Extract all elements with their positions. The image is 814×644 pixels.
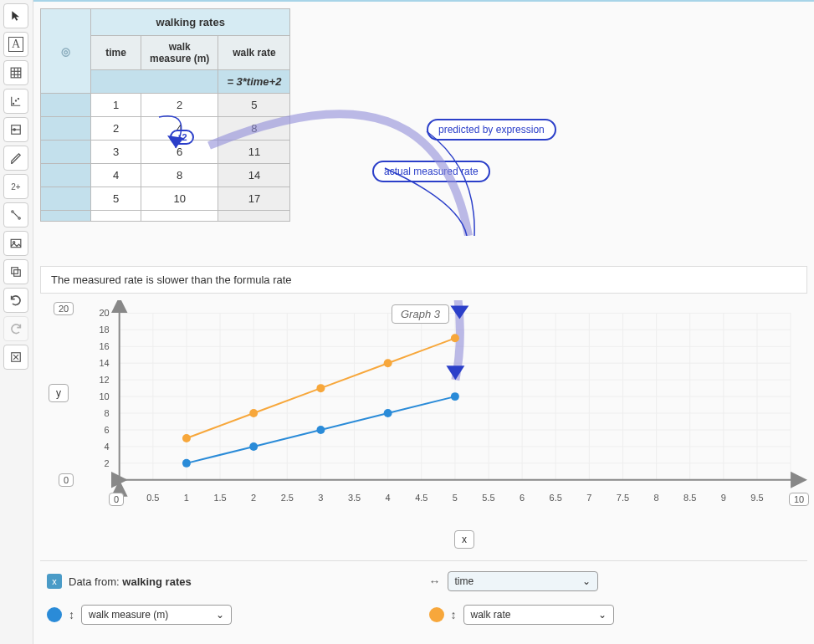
- x-max-label[interactable]: 10: [789, 493, 809, 506]
- draw-tool-icon[interactable]: [3, 146, 28, 171]
- data-point[interactable]: [249, 442, 258, 451]
- table-row[interactable]: 51017: [41, 187, 290, 211]
- svg-text:8.5: 8.5: [683, 493, 696, 503]
- chart-svg[interactable]: 2468101214161820 0.511.522.533.544.555.5…: [40, 300, 807, 551]
- formula-cell[interactable]: = 3*time+2: [218, 70, 290, 94]
- x-axis-arrows-icon: ↔: [429, 575, 441, 588]
- image-tool-icon[interactable]: [3, 231, 28, 256]
- cell-measure[interactable]: 10: [141, 187, 218, 211]
- svg-point-11: [12, 211, 13, 212]
- connector-tool-icon[interactable]: [3, 202, 28, 227]
- table-row[interactable]: 125: [41, 94, 290, 117]
- undo-icon[interactable]: [3, 288, 28, 313]
- pointer-tool-icon[interactable]: [3, 3, 28, 28]
- data-point[interactable]: [316, 426, 325, 434]
- cell-rate[interactable]: 5: [218, 94, 290, 117]
- svg-text:20: 20: [100, 308, 110, 318]
- series2-color-dot[interactable]: [429, 607, 444, 622]
- cell-measure[interactable]: 8: [141, 164, 218, 187]
- series2-select[interactable]: walk rate⌄: [463, 605, 614, 625]
- left-toolbar: A 2+: [0, 0, 33, 644]
- cell-rate[interactable]: 14: [218, 164, 290, 187]
- data-point[interactable]: [182, 434, 191, 442]
- y-max-label[interactable]: 20: [54, 302, 74, 315]
- table-row[interactable]: 4814: [41, 164, 290, 187]
- cell-rate[interactable]: 11: [218, 141, 290, 164]
- svg-text:14: 14: [100, 358, 110, 368]
- svg-text:12: 12: [100, 375, 110, 385]
- y-axis-button[interactable]: y: [49, 384, 69, 402]
- svg-text:6.5: 6.5: [550, 493, 562, 503]
- col-header-time[interactable]: time: [91, 36, 141, 70]
- cell-rate[interactable]: 17: [218, 187, 290, 211]
- cell-time[interactable]: 4: [91, 164, 141, 187]
- x-axis-button[interactable]: x: [454, 530, 474, 549]
- chevron-down-icon: ⌄: [582, 575, 591, 587]
- x-min-label[interactable]: 0: [109, 493, 124, 506]
- data-point[interactable]: [384, 409, 392, 417]
- data-point[interactable]: [451, 334, 459, 342]
- table-title: walking rates: [91, 9, 290, 36]
- data-point[interactable]: [384, 359, 392, 367]
- svg-text:8: 8: [105, 408, 110, 418]
- svg-text:9: 9: [721, 493, 726, 503]
- svg-rect-0: [11, 68, 21, 78]
- cell-time[interactable]: 5: [91, 187, 141, 211]
- row-handle[interactable]: [41, 164, 91, 187]
- svg-text:5.5: 5.5: [482, 493, 494, 503]
- row-handle[interactable]: [41, 94, 91, 117]
- svg-text:6: 6: [520, 493, 525, 503]
- svg-text:7: 7: [586, 493, 591, 503]
- delta-badge: +2: [170, 130, 194, 145]
- table-tool-icon[interactable]: [3, 60, 28, 85]
- svg-rect-14: [11, 239, 21, 247]
- data-point[interactable]: [451, 392, 459, 401]
- note-text[interactable]: The measured rate is slower than the for…: [40, 266, 807, 294]
- graph-tool-icon[interactable]: [3, 89, 28, 114]
- cell-time[interactable]: 3: [91, 141, 141, 164]
- col-header-measure[interactable]: walk measure (m): [141, 36, 218, 70]
- y-axis-arrows-icon: ↕: [69, 608, 74, 621]
- svg-text:1.5: 1.5: [213, 493, 226, 503]
- formula-spacer: [91, 70, 218, 94]
- series1-color-dot[interactable]: [47, 607, 62, 622]
- svg-point-10: [13, 129, 15, 130]
- y-min-label[interactable]: 0: [59, 473, 74, 487]
- svg-point-6: [15, 100, 16, 101]
- series1-select[interactable]: walk measure (m)⌄: [81, 605, 232, 625]
- slider-tool-icon[interactable]: [3, 117, 28, 142]
- row-handle[interactable]: [41, 187, 91, 211]
- data-point[interactable]: [182, 459, 191, 468]
- svg-text:2: 2: [251, 493, 256, 503]
- svg-marker-54: [450, 305, 468, 319]
- cell-measure[interactable]: 2: [141, 94, 218, 117]
- svg-text:4: 4: [105, 442, 110, 452]
- svg-text:10: 10: [100, 391, 110, 401]
- x-axis-select[interactable]: time⌄: [448, 571, 598, 591]
- copy-tool-icon[interactable]: [3, 259, 28, 284]
- chart-controls: x Data from: walking rates ↔ time⌄ ↕: [40, 560, 807, 644]
- col-header-rate[interactable]: walk rate: [218, 36, 290, 70]
- table-row[interactable]: 3611: [41, 141, 290, 164]
- data-point[interactable]: [316, 384, 325, 392]
- visibility-toggle-icon[interactable]: ◎: [41, 9, 91, 94]
- table-row[interactable]: 248: [41, 117, 290, 141]
- redo-icon[interactable]: [3, 316, 28, 341]
- delete-tool-icon[interactable]: [3, 345, 28, 370]
- row-handle[interactable]: [41, 141, 91, 164]
- svg-text:18: 18: [100, 325, 110, 335]
- cell-rate[interactable]: 8: [218, 117, 290, 141]
- cell-time[interactable]: 1: [91, 94, 141, 117]
- svg-text:9.5: 9.5: [750, 493, 763, 503]
- svg-text:5: 5: [453, 493, 458, 503]
- data-table[interactable]: ◎walking rates time walk measure (m) wal…: [40, 8, 290, 222]
- svg-text:3.5: 3.5: [348, 493, 361, 503]
- cell-time[interactable]: 2: [91, 117, 141, 141]
- calc-tool-icon[interactable]: 2+: [3, 174, 28, 199]
- text-tool-icon[interactable]: A: [3, 32, 28, 57]
- chart-title[interactable]: Graph 3: [392, 304, 449, 324]
- svg-marker-55: [446, 365, 464, 380]
- data-point[interactable]: [249, 409, 258, 417]
- row-handle[interactable]: [41, 117, 91, 141]
- svg-text:2.5: 2.5: [281, 493, 294, 503]
